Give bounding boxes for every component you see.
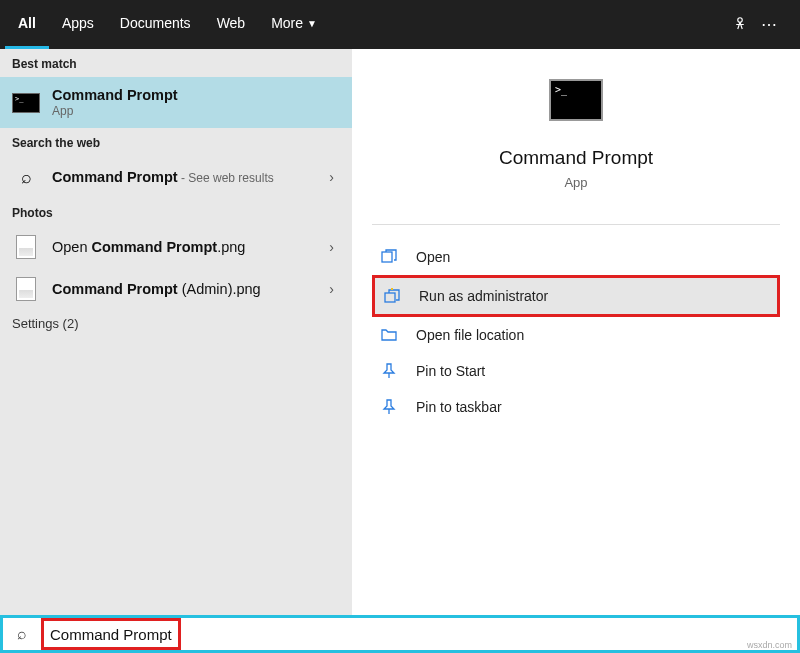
tab-all[interactable]: All: [5, 0, 49, 49]
best-match-row[interactable]: Command Prompt App: [0, 77, 352, 128]
search-icon: ⌕: [3, 625, 41, 643]
search-input[interactable]: Command Prompt: [46, 624, 176, 645]
pin-start-icon: [380, 362, 398, 380]
search-icon: ⌕: [12, 166, 40, 188]
web-result-text: Command Prompt - See web results: [52, 168, 311, 186]
action-list: Open Run as administrator Open file loca…: [352, 239, 800, 425]
svg-rect-1: [382, 252, 392, 262]
watermark: wsxdn.com: [745, 640, 794, 650]
admin-icon: [383, 287, 401, 305]
action-open-location[interactable]: Open file location: [372, 317, 780, 353]
action-pin-start[interactable]: Pin to Start: [372, 353, 780, 389]
section-photos: Photos: [0, 198, 352, 226]
section-settings[interactable]: Settings (2): [0, 310, 352, 337]
preview-title: Command Prompt: [372, 147, 780, 169]
file-icon: [12, 278, 40, 300]
photo-row-0[interactable]: Open Command Prompt.png ›: [0, 226, 352, 268]
tab-documents[interactable]: Documents: [107, 0, 204, 49]
action-label: Pin to Start: [416, 363, 485, 379]
folder-icon: [380, 326, 398, 344]
preview-header: Command Prompt App: [352, 49, 800, 210]
svg-point-0: [738, 17, 743, 22]
preview-subtitle: App: [372, 175, 780, 190]
main-area: Best match Command Prompt App Search the…: [0, 49, 800, 615]
chevron-down-icon: ▼: [307, 18, 317, 29]
photo-title-0: Open Command Prompt.png: [52, 239, 311, 255]
chevron-right-icon: ›: [323, 239, 340, 255]
filter-tabs: All Apps Documents Web More▼: [5, 0, 330, 49]
cmd-icon: [12, 92, 40, 114]
action-label: Pin to taskbar: [416, 399, 502, 415]
action-run-admin[interactable]: Run as administrator: [372, 275, 780, 317]
section-web: Search the web: [0, 128, 352, 156]
chevron-right-icon: ›: [323, 169, 340, 185]
action-label: Open: [416, 249, 450, 265]
chevron-right-icon: ›: [323, 281, 340, 297]
photo-row-1[interactable]: Command Prompt (Admin).png ›: [0, 268, 352, 310]
file-icon: [12, 236, 40, 258]
search-bar[interactable]: ⌕ Command Prompt: [0, 615, 800, 653]
feedback-icon[interactable]: [731, 14, 749, 36]
best-match-text: Command Prompt App: [52, 87, 340, 118]
preview-app-icon: [549, 79, 603, 121]
photo-title-1: Command Prompt (Admin).png: [52, 281, 311, 297]
preview-pane: Command Prompt App Open Run as administr…: [352, 49, 800, 615]
web-result-row[interactable]: ⌕ Command Prompt - See web results ›: [0, 156, 352, 198]
pin-taskbar-icon: [380, 398, 398, 416]
action-open[interactable]: Open: [372, 239, 780, 275]
divider: [372, 224, 780, 225]
section-best-match: Best match: [0, 49, 352, 77]
header-right: ⋯: [731, 14, 795, 36]
tab-web[interactable]: Web: [204, 0, 259, 49]
tab-more[interactable]: More▼: [258, 0, 330, 49]
svg-rect-2: [385, 293, 395, 302]
action-pin-taskbar[interactable]: Pin to taskbar: [372, 389, 780, 425]
search-input-highlight: Command Prompt: [41, 618, 181, 650]
results-pane: Best match Command Prompt App Search the…: [0, 49, 352, 615]
more-icon[interactable]: ⋯: [761, 15, 777, 34]
open-icon: [380, 248, 398, 266]
tab-apps[interactable]: Apps: [49, 0, 107, 49]
action-label: Open file location: [416, 327, 524, 343]
action-label: Run as administrator: [419, 288, 548, 304]
header-bar: All Apps Documents Web More▼ ⋯: [0, 0, 800, 49]
